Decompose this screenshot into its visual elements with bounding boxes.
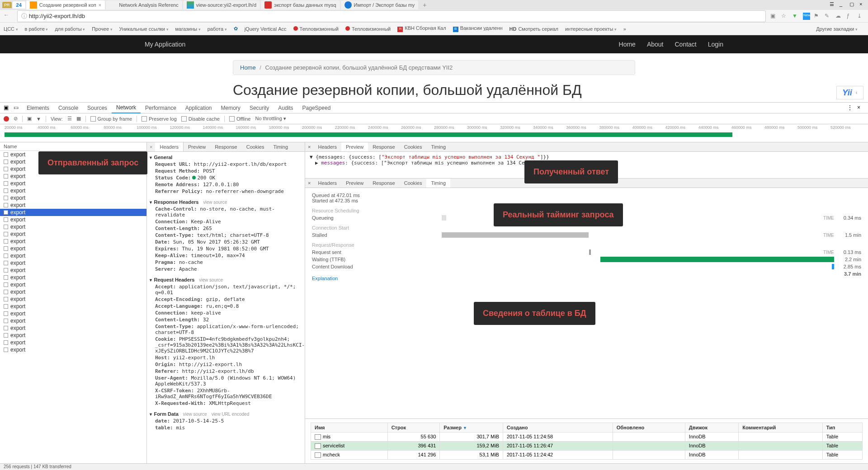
- detail-tab[interactable]: Headers: [313, 179, 341, 188]
- ext-icon[interactable]: ƒ: [846, 13, 854, 20]
- ext-icon[interactable]: ⚑: [814, 13, 821, 20]
- detail-tab[interactable]: Cookies: [400, 142, 427, 151]
- bookmark-item[interactable]: Тепловизионный: [345, 26, 391, 32]
- detail-tab[interactable]: Headers: [313, 142, 341, 151]
- form-data-section[interactable]: Form Dataview sourceview URL encoded: [149, 410, 303, 418]
- browser-tab[interactable]: Network Analysis Referenc: [106, 0, 182, 9]
- table-row[interactable]: servicelist396 431159,2 MiB2017-11-05 11…: [311, 441, 863, 450]
- column-header[interactable]: Обновлено: [613, 423, 685, 432]
- request-row[interactable]: export: [0, 245, 146, 252]
- detail-tab[interactable]: Cookies: [242, 142, 269, 151]
- request-row[interactable]: export: [0, 346, 146, 353]
- devtools-tab[interactable]: Elements: [22, 103, 54, 113]
- view-large-icon[interactable]: ▦: [76, 116, 81, 122]
- new-tab-button[interactable]: +: [419, 0, 430, 9]
- request-row[interactable]: export: [0, 230, 146, 238]
- offline-checkbox[interactable]: Offline: [229, 116, 251, 122]
- column-header[interactable]: Комментарий: [739, 423, 823, 432]
- bookmark-item[interactable]: jQuery Vertical Асс: [245, 26, 287, 32]
- detail-tab[interactable]: Preview: [341, 179, 368, 188]
- ext-icon[interactable]: ✎: [825, 13, 832, 20]
- request-row[interactable]: export: [0, 187, 146, 194]
- bookmark-item[interactable]: ЦСС: [4, 26, 18, 32]
- detail-tab[interactable]: Cookies: [400, 179, 427, 188]
- bookmark-overflow[interactable]: »: [623, 26, 626, 32]
- bookmark-item[interactable]: Уникальные ссылки: [119, 26, 169, 32]
- devtools-tab[interactable]: Sources: [83, 103, 112, 113]
- request-row[interactable]: export: [0, 288, 146, 296]
- shield-icon[interactable]: ▼: [792, 13, 799, 20]
- devtools-tab[interactable]: Audits: [274, 103, 297, 113]
- request-row[interactable]: export: [0, 252, 146, 259]
- camera-icon[interactable]: ▣: [27, 116, 32, 122]
- explanation-link[interactable]: Explanation: [312, 276, 338, 281]
- table-row[interactable]: mis55 630301,7 MiB2017-11-05 11:24:58Inn…: [311, 432, 863, 441]
- detail-tab[interactable]: Preview: [341, 142, 368, 151]
- inspect-icon[interactable]: ▣: [4, 104, 11, 112]
- ext-icon[interactable]: ☁: [835, 13, 843, 20]
- bookmark-item[interactable]: интересные проекты: [565, 26, 617, 32]
- column-header[interactable]: Создано: [503, 423, 613, 432]
- bookmark-item[interactable]: Тепловизионный: [293, 26, 339, 32]
- request-row[interactable]: export: [0, 281, 146, 288]
- settings-icon[interactable]: ⋮: [847, 104, 854, 112]
- request-row[interactable]: export: [0, 259, 146, 267]
- devtools-tab[interactable]: Application: [181, 103, 217, 113]
- detail-tab[interactable]: Timing: [269, 142, 292, 151]
- bookmark-item[interactable]: работа: [208, 26, 227, 32]
- devtools-tab[interactable]: Security: [245, 103, 274, 113]
- request-row[interactable]: export: [0, 267, 146, 274]
- request-row[interactable]: export: [0, 310, 146, 317]
- star-icon[interactable]: ☆: [781, 13, 788, 20]
- devtools-tab[interactable]: Memory: [217, 103, 245, 113]
- back-button[interactable]: ←: [4, 12, 13, 21]
- table-row[interactable]: mcheck141 29653,1 MiB2017-11-05 11:24:42…: [311, 450, 863, 459]
- close-panel-icon[interactable]: ×: [305, 179, 313, 188]
- minimize-icon[interactable]: _: [840, 1, 846, 8]
- browser-tab[interactable]: Создание резервной коп×: [26, 0, 105, 9]
- request-row[interactable]: export: [0, 303, 146, 310]
- devtools-tab[interactable]: Console: [54, 103, 83, 113]
- device-icon[interactable]: ▭: [14, 104, 21, 112]
- throttling-select[interactable]: No throttling ▾: [255, 116, 286, 122]
- breadcrumb-home[interactable]: Home: [240, 64, 256, 71]
- ext-icon[interactable]: New: [803, 13, 810, 20]
- request-row[interactable]: export: [0, 180, 146, 187]
- detail-tab[interactable]: Headers: [155, 142, 184, 151]
- group-checkbox[interactable]: Group by frame: [90, 116, 132, 122]
- request-row[interactable]: export: [0, 332, 146, 339]
- devtools-tab[interactable]: PageSpeed: [298, 103, 335, 113]
- app-brand[interactable]: My Application: [145, 41, 185, 48]
- close-icon[interactable]: ×: [859, 1, 866, 8]
- column-header[interactable]: Размер ▼: [440, 423, 503, 432]
- other-bookmarks[interactable]: Другие закладки: [816, 26, 858, 32]
- column-header[interactable]: Имя: [311, 423, 388, 432]
- ext-jquery-icon[interactable]: ✿: [234, 26, 238, 32]
- bookmark-item[interactable]: ЯКВН Сборная Кал: [397, 25, 446, 32]
- request-row[interactable]: export: [0, 209, 146, 216]
- menu-icon[interactable]: ☰: [830, 1, 836, 8]
- bookmark-item[interactable]: в работе: [25, 26, 48, 32]
- detail-tab[interactable]: Response: [368, 142, 400, 151]
- column-header[interactable]: Строк: [387, 423, 440, 432]
- detail-tab[interactable]: Response: [210, 142, 242, 151]
- record-button[interactable]: [4, 116, 9, 122]
- bookmark-item[interactable]: магазины: [175, 26, 201, 32]
- request-row[interactable]: export: [0, 317, 146, 324]
- close-devtools-icon[interactable]: ×: [857, 104, 864, 112]
- close-panel-icon[interactable]: ×: [147, 142, 155, 151]
- nav-link[interactable]: Home: [619, 41, 636, 48]
- bookmark-item[interactable]: ВВакансии удаленн: [453, 25, 503, 32]
- column-header[interactable]: Движок: [685, 423, 738, 432]
- request-row[interactable]: export: [0, 202, 146, 209]
- maximize-icon[interactable]: ▢: [849, 1, 856, 8]
- request-row[interactable]: export: [0, 238, 146, 245]
- name-column-header[interactable]: Name: [0, 142, 146, 151]
- response-headers-section[interactable]: Response Headersview source: [149, 198, 303, 206]
- download-icon[interactable]: ⤓: [857, 13, 864, 20]
- request-row[interactable]: export: [0, 339, 146, 346]
- browser-tab[interactable]: view-source:yii2-export.lh/d: [183, 0, 260, 9]
- general-section[interactable]: General: [149, 154, 303, 161]
- nav-link[interactable]: Login: [708, 41, 723, 48]
- view-list-icon[interactable]: ☰: [67, 116, 72, 122]
